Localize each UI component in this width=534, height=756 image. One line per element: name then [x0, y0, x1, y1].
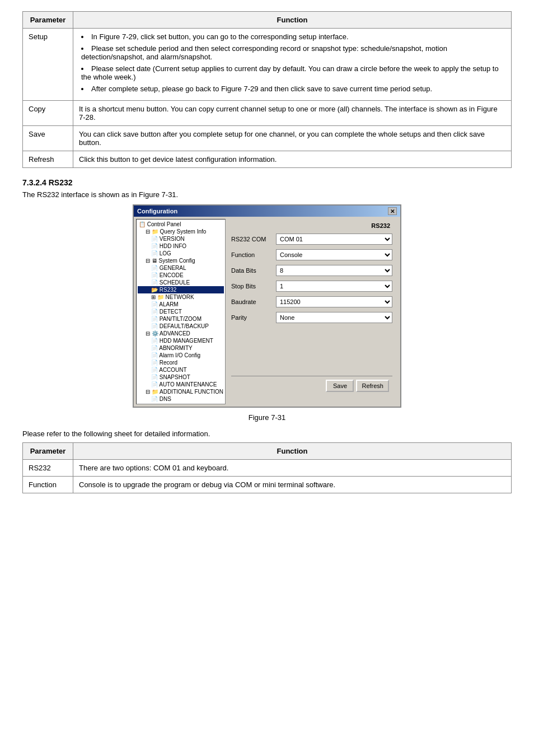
doc-icon-2: 📄: [151, 243, 158, 249]
tree-item-additional-function[interactable]: ⊟ 📁 ADDITIONAL FUNCTION: [138, 388, 224, 395]
tree-item-alarm-io-config[interactable]: 📄 Alarm I/O Config: [138, 352, 224, 359]
table-row-rs232: RS232 There are two options: COM 01 and …: [23, 460, 512, 477]
tree-item-advanced[interactable]: ⊟ ⚙️ ADVANCED: [138, 330, 224, 337]
doc-icon-7: ⊞: [151, 294, 156, 300]
advanced-icon: ⚙️: [152, 330, 158, 337]
dialog-close-button[interactable]: ✕: [388, 207, 397, 215]
tree-item-encode[interactable]: 📄 ENCODE: [138, 272, 224, 279]
param-save: Save: [23, 126, 73, 151]
tree-item-auto-maintenance[interactable]: 📄 AUTO MAINTENANCE: [138, 381, 224, 388]
function-setup: In Figure 7-29, click set button, you ca…: [73, 29, 512, 101]
rs232-section-title: RS232: [231, 222, 392, 229]
form-row-parity: Parity None: [231, 312, 392, 323]
figure-caption: Figure 7-31: [22, 413, 512, 422]
section-subtext: The RS232 interface is shown as in Figur…: [22, 190, 512, 199]
dialog-wrapper: Configuration ✕ 📋 Control Panel ⊟ 📁 Quer…: [22, 204, 512, 408]
select-baudrate[interactable]: 115200: [276, 296, 392, 307]
setup-bullet-3: Please select date (Current setup applie…: [81, 64, 505, 81]
dialog-title: Configuration: [137, 208, 177, 214]
save-button[interactable]: Save: [326, 380, 354, 392]
section-heading: 7.3.2.4 RS232: [22, 178, 512, 187]
table-row-function: Function Console is to upgrade the progr…: [23, 477, 512, 493]
bottom-parameter-table: Parameter Function RS232 There are two o…: [22, 442, 512, 493]
select-stopbits[interactable]: 1: [276, 281, 392, 292]
doc-icon-13: 📄: [151, 345, 158, 351]
select-parity[interactable]: None: [276, 312, 392, 323]
setup-bullet-2: Please set schedule period and then sele…: [81, 44, 505, 61]
tree-item-hdd-management[interactable]: 📄 HDD MANAGEMENT: [138, 337, 224, 344]
tree-item-dns[interactable]: 📄 DNS: [138, 395, 224, 403]
doc-icon-11: 📄: [151, 323, 158, 329]
tree-item-rs232[interactable]: 📂 RS232: [138, 286, 224, 293]
tree-item-pan-tilt-zoom[interactable]: 📄 PAN/TILT/ZOOM: [138, 315, 224, 323]
function-function: Console is to upgrade the program or deb…: [73, 477, 512, 493]
tree-item-version[interactable]: 📄 VERSION: [138, 235, 224, 242]
select-databits[interactable]: 8: [276, 265, 392, 276]
function-refresh: Click this button to get device latest c…: [73, 151, 512, 168]
function-copy: It is a shortcut menu button. You can co…: [73, 101, 512, 126]
doc-icon-15: 📄: [151, 360, 158, 366]
tree-item-schedule[interactable]: 📄 SCHEDULE: [138, 279, 224, 286]
tree-item-snapshot[interactable]: 📄 SNAPSHOT: [138, 374, 224, 381]
doc-icon-12: 📄: [151, 338, 158, 344]
table-row-save: Save You can click save button after you…: [23, 126, 512, 151]
configuration-dialog: Configuration ✕ 📋 Control Panel ⊟ 📁 Quer…: [133, 204, 401, 408]
tree-item-log[interactable]: 📄 LOG: [138, 250, 224, 257]
top-table-header-function: Function: [73, 12, 512, 29]
tree-item-general[interactable]: 📄 GENERAL: [138, 264, 224, 272]
table-row-setup: Setup In Figure 7-29, click set button, …: [23, 29, 512, 101]
doc-icon-17: 📄: [151, 374, 158, 380]
top-table-header-param: Parameter: [23, 12, 73, 29]
param-refresh: Refresh: [23, 151, 73, 168]
param-function: Function: [23, 477, 73, 493]
folder-icon-3: 🖥: [152, 258, 157, 264]
dialog-body: 📋 Control Panel ⊟ 📁 Query System Info 📄 …: [134, 217, 400, 407]
doc-icon-5: 📄: [151, 272, 158, 278]
tree-item-system-config[interactable]: ⊟ 🖥 System Config: [138, 257, 224, 264]
form-row-function: Function Console: [231, 249, 392, 260]
tree-item-default-backup[interactable]: 📄 DEFAULT/BACKUP: [138, 323, 224, 330]
doc-icon-6: 📄: [151, 279, 158, 286]
dialog-titlebar: Configuration ✕: [134, 206, 400, 217]
form-row-rs232com: RS232 COM COM 01 Keyboard: [231, 234, 392, 245]
select-function[interactable]: Console: [276, 249, 392, 260]
tree-item-query-system-info[interactable]: ⊟ 📁 Query System Info: [138, 228, 224, 235]
doc-icon-9: 📄: [151, 309, 158, 315]
doc-icon-10: 📄: [151, 316, 158, 322]
label-rs232com: RS232 COM: [231, 236, 276, 242]
form-row-databits: Data Bits 8: [231, 265, 392, 276]
folder-open-icon-2: ⊟: [146, 258, 150, 264]
tree-item-hdd-info[interactable]: 📄 HDD INFO: [138, 242, 224, 250]
doc-icon-16: 📄: [151, 367, 158, 373]
folder-icon-5: 📁: [152, 389, 158, 395]
label-databits: Data Bits: [231, 267, 276, 274]
label-function: Function: [231, 251, 276, 258]
param-rs232: RS232: [23, 460, 73, 477]
form-row-stopbits: Stop Bits 1: [231, 281, 392, 292]
folder-icon-4: 📁: [157, 294, 164, 300]
tree-item-account[interactable]: 📄 ACCOUNT: [138, 366, 224, 374]
label-baudrate: Baudrate: [231, 298, 276, 305]
table-row-refresh: Refresh Click this button to get device …: [23, 151, 512, 168]
doc-icon-8: 📄: [151, 301, 158, 307]
doc-icon-1: 📄: [151, 236, 158, 242]
dialog-footer: Save Refresh: [231, 376, 392, 395]
bottom-table-header-param: Parameter: [23, 443, 73, 460]
doc-icon-19: 📄: [151, 396, 158, 402]
tree-item-network[interactable]: ⊞ 📁 NETWORK: [138, 293, 224, 301]
tree-item-detect[interactable]: 📄 DETECT: [138, 308, 224, 315]
folder-open-icon: ⊟: [146, 228, 150, 235]
tree-item-abnormity[interactable]: 📄 ABNORMITY: [138, 344, 224, 352]
tree-item-alarm[interactable]: 📄 ALARM: [138, 301, 224, 308]
dialog-tree-panel: 📋 Control Panel ⊟ 📁 Query System Info 📄 …: [136, 219, 226, 404]
setup-bullet-4: After complete setup, please go back to …: [81, 85, 505, 93]
tree-item-control-panel[interactable]: 📋 Control Panel: [138, 221, 224, 228]
doc-icon-14: 📄: [151, 352, 158, 358]
select-rs232com[interactable]: COM 01 Keyboard: [276, 234, 392, 245]
bottom-table-header-function: Function: [73, 443, 512, 460]
refresh-button[interactable]: Refresh: [356, 380, 389, 392]
tree-item-record[interactable]: 📄 Record: [138, 359, 224, 366]
form-row-baudrate: Baudrate 115200: [231, 296, 392, 307]
param-copy: Copy: [23, 101, 73, 126]
bottom-text: Please refer to the following sheet for …: [22, 430, 512, 438]
